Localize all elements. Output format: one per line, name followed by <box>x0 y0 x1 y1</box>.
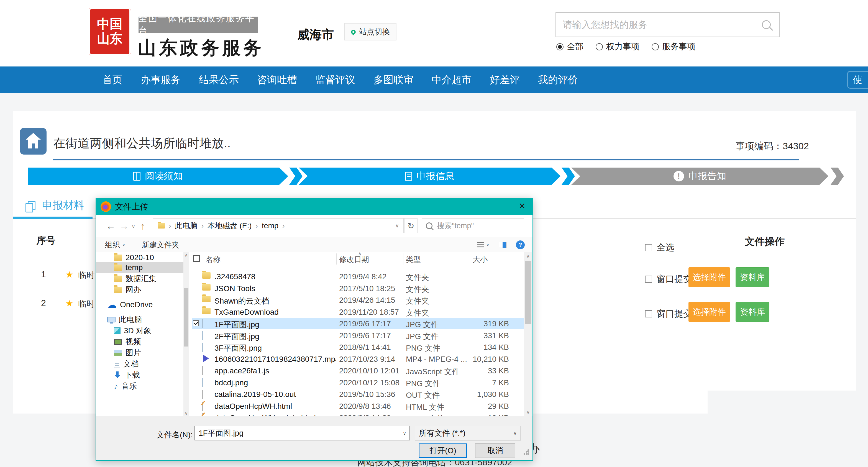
sidebar-item-videos[interactable]: 视频 <box>96 337 183 347</box>
sidebar-item-documents[interactable]: 文档 <box>96 359 183 369</box>
open-button[interactable]: 打开(O) <box>419 443 467 458</box>
scrollbar-thumb[interactable] <box>525 261 531 324</box>
file-row[interactable]: .324658478 2019/9/4 8:42 文件夹 <box>192 271 524 282</box>
sidebar-scrollbar[interactable]: ∧ ∨ <box>183 252 189 416</box>
computer-icon <box>107 317 116 322</box>
file-row[interactable]: TxGameDownload 2019/11/20 18:57 文件夹 <box>192 306 524 318</box>
column-type[interactable]: 类型 <box>406 254 421 264</box>
dialog-titlebar[interactable]: 文件上传 × <box>96 198 532 215</box>
resize-grip-icon[interactable] <box>523 449 529 456</box>
help-icon[interactable]: ? <box>516 241 525 249</box>
header-checkbox[interactable] <box>193 255 200 262</box>
history-dropdown-icon[interactable]: ∨ <box>132 223 135 229</box>
file-row[interactable]: dataOpenHcpWH.html 2020/9/8 13:46 HTML 文… <box>192 400 524 412</box>
nav-help-button-partial[interactable]: 使 <box>847 71 868 89</box>
file-row[interactable]: JSON Tools 2017/5/10 18:25 文件夹 <box>192 283 524 294</box>
window-submit-checkbox[interactable]: 窗口提交 <box>645 308 692 320</box>
preview-pane-button[interactable] <box>499 242 506 248</box>
nav-multi-review[interactable]: 多图联审 <box>373 73 413 87</box>
address-dropdown-icon[interactable]: ∨ <box>395 223 399 229</box>
material-row[interactable]: 2 ★ 临时 <box>0 297 96 309</box>
dialog-search-input[interactable] <box>436 221 520 230</box>
site-switch-label: 站点切换 <box>359 27 390 37</box>
nav-agency-market[interactable]: 中介超市 <box>432 73 471 87</box>
nav-results[interactable]: 结果公示 <box>199 73 239 87</box>
sidebar-item-this-pc[interactable]: 此电脑 <box>96 314 183 325</box>
sidebar-item-temp[interactable]: temp <box>96 262 183 273</box>
file-row[interactable]: app.ace26fa1.js 2020/10/10 12:01 JavaScr… <box>192 365 524 376</box>
file-row[interactable]: catalina.2019-05-10.out 2019/5/10 15:36 … <box>192 388 524 400</box>
tab-declare-materials[interactable]: 申报材料 <box>28 198 84 213</box>
breadcrumb-device[interactable]: 此电脑 <box>175 221 197 231</box>
file-type: JPG 文件 <box>406 319 439 330</box>
file-row[interactable]: bdcdj.png 2020/10/12 15:08 PNG 文件 7 KB <box>192 377 524 388</box>
select-attachment-button[interactable]: 选择附件 <box>688 302 730 322</box>
nav-home[interactable]: 首页 <box>102 73 122 87</box>
nav-my-reviews[interactable]: 我的评价 <box>538 73 578 87</box>
search-input[interactable] <box>556 20 762 30</box>
up-icon[interactable]: ↑ <box>141 221 145 231</box>
column-date[interactable]: 修改日期 <box>339 254 369 264</box>
column-size[interactable]: 大小 <box>473 254 488 264</box>
refresh-button[interactable]: ↻ <box>404 218 417 233</box>
file-row-clipped[interactable]: dataOpenHcpWHupdate.html 2020/9/2 14:20 … <box>192 412 524 416</box>
scroll-up-icon[interactable]: ∧ <box>183 252 189 258</box>
file-type: 文件夹 <box>406 308 429 318</box>
scroll-down-icon[interactable]: ∨ <box>524 410 532 415</box>
organize-button[interactable]: 组织 ∨ <box>105 240 125 250</box>
step-declare-info[interactable]: 申报信息 <box>299 167 560 185</box>
step-declare-notify[interactable]: ! 申报告知 <box>571 167 828 185</box>
sidebar-item-onedrive[interactable]: ☁ OneDrive <box>96 300 183 310</box>
filetype-value: 所有文件 (*.*) <box>419 428 465 438</box>
sidebar-item-data-collect[interactable]: 数据汇集 <box>96 273 183 284</box>
caret-down-icon[interactable]: ∨ <box>403 431 406 436</box>
step-read-notice[interactable]: 阅读须知 <box>28 167 288 185</box>
sidebar-item-downloads[interactable]: 下载 <box>96 370 183 380</box>
scroll-down-icon[interactable]: ∨ <box>183 411 189 416</box>
breadcrumb[interactable]: › 此电脑 › 本地磁盘 (E:) › temp › ∨ <box>153 218 404 233</box>
view-mode-button[interactable]: ∨ <box>477 242 489 248</box>
library-button[interactable]: 资料库 <box>736 267 769 287</box>
search-icon[interactable] <box>762 20 771 29</box>
new-folder-button[interactable]: 新建文件夹 <box>142 240 179 250</box>
nav-services[interactable]: 办事服务 <box>141 73 181 87</box>
back-icon[interactable]: ← <box>106 221 116 231</box>
select-all-checkbox[interactable]: 全选 <box>645 242 674 254</box>
scroll-up-icon[interactable]: ∧ <box>524 253 532 259</box>
file-type: PNG 文件 <box>406 378 440 389</box>
sidebar-item-3d-objects[interactable]: 3D 对象 <box>96 325 183 336</box>
breadcrumb-folder[interactable]: temp <box>262 222 278 230</box>
site-name: 山东政务服务 <box>138 35 264 60</box>
file-row[interactable]: Shawn的云文档 2019/4/26 14:15 文件夹 <box>192 294 524 306</box>
filter-power-items[interactable]: 权力事项 <box>596 41 640 52</box>
close-icon[interactable]: × <box>519 200 525 212</box>
file-row-selected[interactable]: 1F平面图.jpg 2019/9/6 17:17 JPG 文件 319 KB <box>192 318 524 329</box>
sidebar-item-music[interactable]: ♪ 音乐 <box>96 381 183 392</box>
file-list-scrollbar[interactable]: ∧ ∨ <box>524 252 532 416</box>
nav-consult[interactable]: 咨询吐槽 <box>257 73 297 87</box>
cancel-button[interactable]: 取消 <box>475 443 515 458</box>
file-row[interactable]: 1606032210171019824380717.mp4 2017/10/23… <box>192 353 524 365</box>
select-attachment-button[interactable]: 选择附件 <box>688 267 730 287</box>
material-name: 临时 <box>78 298 95 309</box>
file-row[interactable]: 2F平面图.jpg 2019/9/6 17:17 JPG 文件 331 KB <box>192 330 524 341</box>
nav-supervise[interactable]: 监督评议 <box>315 73 355 87</box>
sidebar-item-pictures[interactable]: 图片 <box>96 348 183 358</box>
filetype-select[interactable]: 所有文件 (*.*) ∨ <box>415 426 521 440</box>
filter-all[interactable]: 全部 <box>556 41 584 52</box>
window-submit-checkbox[interactable]: 窗口提交 <box>645 273 692 285</box>
nav-rating[interactable]: 好差评 <box>490 73 520 87</box>
checked-checkbox-icon[interactable] <box>193 320 199 326</box>
site-switch-button[interactable]: 站点切换 <box>344 23 397 40</box>
breadcrumb-drive[interactable]: 本地磁盘 (E:) <box>208 221 252 231</box>
sidebar-item-2020-10[interactable]: 2020-10 <box>96 252 183 263</box>
column-name[interactable]: 名称 <box>206 254 220 264</box>
filter-service-items[interactable]: 服务事项 <box>652 41 695 52</box>
library-button[interactable]: 资料库 <box>736 302 769 322</box>
material-row[interactable]: 1 ★ 临时 <box>0 268 96 280</box>
filename-input[interactable] <box>195 429 403 438</box>
sidebar-item-wangban[interactable]: 网办 <box>96 284 183 295</box>
file-row[interactable]: 3F平面图.png 2018/9/1 14:41 PNG 文件 134 KB <box>192 341 524 353</box>
scrollbar-thumb[interactable] <box>184 288 188 346</box>
forward-icon[interactable]: → <box>119 221 129 231</box>
